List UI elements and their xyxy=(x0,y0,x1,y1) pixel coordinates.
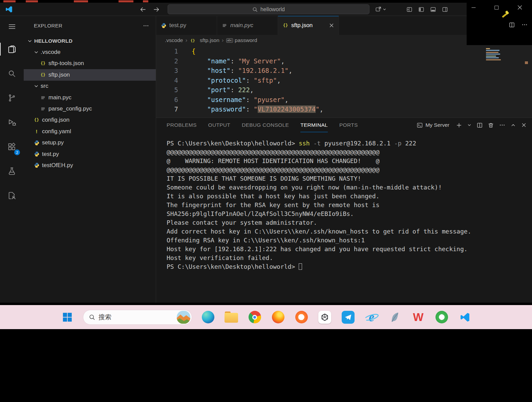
tree-item-test.py[interactable]: test.py xyxy=(24,148,156,160)
split-terminal-button[interactable] xyxy=(477,122,483,128)
terminal-token: Add correct host key in C:\\Users\\ken/.… xyxy=(167,228,471,235)
vscode-window: helloworld 2 EXPLORER HELLOWORLD.vscode{… xyxy=(0,3,532,303)
panel-tab-ports[interactable]: PORTS xyxy=(339,118,358,132)
explorer-more-actions-button[interactable] xyxy=(143,23,149,29)
code-text: "name": "My Server", xyxy=(178,56,285,66)
symbol-string-icon: abc xyxy=(226,38,233,43)
breadcrumb-item[interactable]: {}sftp.json xyxy=(190,37,219,43)
tree-item-config.yaml[interactable]: !config.yaml xyxy=(24,126,156,137)
new-terminal-icon xyxy=(456,122,462,128)
terminal-line: Please contact your system administrator… xyxy=(167,218,532,227)
split-terminal-icon xyxy=(477,122,483,128)
close-icon[interactable] xyxy=(329,23,334,28)
taskbar-app-vscode[interactable] xyxy=(457,310,472,325)
chevron-down-icon xyxy=(383,7,386,11)
minimap[interactable] xyxy=(486,47,523,115)
terminal-token: @@@@@@@@@@@@@@@@@@@@@@@@@@@@@@@@@@@@@@@@… xyxy=(167,148,380,156)
taskbar-app-chrome[interactable] xyxy=(247,310,262,325)
tree-item-main.pyc[interactable]: main.pyc xyxy=(24,92,156,103)
editor-tab-test.py[interactable]: test.py xyxy=(156,16,217,35)
terminal-token: Host key for [192.168.2.1]:222 has chang… xyxy=(167,245,468,253)
file-name: test.py xyxy=(42,151,59,158)
back-button[interactable] xyxy=(138,5,148,14)
yaml-file-icon: ! xyxy=(34,128,40,134)
taskbar-app-firefox[interactable] xyxy=(271,310,285,325)
breadcrumb-item[interactable]: .vscode xyxy=(165,37,183,43)
activity-remote-explorer-button[interactable] xyxy=(0,183,24,208)
more-actions-button[interactable] xyxy=(499,122,505,128)
activity-explorer-button[interactable] xyxy=(0,37,24,61)
breadcrumb-item[interactable]: abcpassword xyxy=(226,37,257,43)
tree-item-.vscode[interactable]: .vscode xyxy=(24,46,156,58)
start-button[interactable] xyxy=(60,310,75,325)
activity-search-button[interactable] xyxy=(0,61,24,86)
taskbar-app-file-explorer[interactable] xyxy=(224,310,239,325)
maximize-panel-button[interactable] xyxy=(511,123,516,128)
taskbar-app-feather-app[interactable] xyxy=(387,310,402,325)
panel-tab-terminal[interactable]: TERMINAL xyxy=(300,118,328,132)
taskbar-app-internet-explorer[interactable]: e xyxy=(364,310,379,325)
terminal-output[interactable]: PS C:\Users\ken\Desktop\helloworld> ssh … xyxy=(156,132,532,303)
taskbar-app-green-browser[interactable] xyxy=(434,310,449,325)
taskbar-search-label: 搜索 xyxy=(99,313,111,322)
more-actions-button[interactable] xyxy=(522,22,528,28)
close-button[interactable] xyxy=(516,4,524,11)
toggle-primary-sidebar-button[interactable] xyxy=(418,6,424,13)
line-number: 5 xyxy=(156,85,178,95)
minimap-line xyxy=(486,48,490,49)
taskbar-search[interactable]: 搜索 xyxy=(83,310,192,325)
file-name: HELLOWORLD xyxy=(34,38,72,44)
terminal-token: SHA256:p9lglIfoP1nAOel/lZqAfSoll3C5nyNW4… xyxy=(167,210,354,217)
taskbar-app-orange-browser[interactable] xyxy=(294,310,309,325)
terminal-token: @ WARNING: REMOTE HOST IDENTIFICATION HA… xyxy=(167,157,380,164)
activity-extensions-button[interactable]: 2 xyxy=(0,135,24,159)
editor-actions xyxy=(509,22,528,28)
tree-item-src[interactable]: src xyxy=(24,81,156,92)
search-highlight-image[interactable] xyxy=(177,311,190,324)
editor-tab-main.pyc[interactable]: main.pyc xyxy=(217,16,278,35)
command-center-search[interactable]: helloworld xyxy=(168,4,369,14)
maximize-button[interactable] xyxy=(493,4,501,11)
tree-item-sftp-tools.json[interactable]: {}sftp-tools.json xyxy=(24,58,156,69)
taskbar-app-chatgpt[interactable] xyxy=(317,310,332,325)
activity-testing-button[interactable] xyxy=(0,159,24,183)
kill-terminal-button[interactable] xyxy=(488,122,494,128)
code-text: "port": 222, xyxy=(178,85,254,95)
panel-tab-output[interactable]: OUTPUT xyxy=(208,118,231,132)
pen-cursor-artifact xyxy=(501,10,509,19)
launch-profile-button[interactable] xyxy=(467,123,471,127)
taskbar-app-edge[interactable] xyxy=(200,310,215,325)
tree-item-parse_config.pyc[interactable]: parse_config.pyc xyxy=(24,103,156,114)
terminal-profile[interactable]: My Server xyxy=(417,122,449,128)
taskbar-app-blue-messenger[interactable] xyxy=(341,310,356,325)
forward-button[interactable] xyxy=(152,5,161,14)
toggle-secondary-sidebar-button[interactable] xyxy=(442,6,448,13)
taskbar-app-wps[interactable]: W xyxy=(411,310,426,325)
minimap-line xyxy=(486,50,499,51)
editor-tab-sftp.json[interactable]: {}sftp.json xyxy=(278,16,339,35)
activity-run-debug-button[interactable] xyxy=(0,110,24,135)
close-panel-button[interactable] xyxy=(521,122,527,128)
new-terminal-button[interactable] xyxy=(456,122,462,128)
tree-item-HELLOWORLD[interactable]: HELLOWORLD xyxy=(24,35,156,46)
panel-tab-debug-console[interactable]: DEBUG CONSOLE xyxy=(242,118,289,132)
minimap-line xyxy=(486,57,499,58)
activity-menu-button[interactable] xyxy=(0,16,24,37)
code-token: "port" xyxy=(207,86,231,94)
tree-item-testOfEH.py[interactable]: testOfEH.py xyxy=(24,160,156,171)
toggle-panel-button[interactable] xyxy=(430,6,436,13)
titlebar-actions xyxy=(375,4,448,14)
terminal-profile-name: My Server xyxy=(425,122,449,128)
customize-layout-button[interactable] xyxy=(406,6,412,13)
search-icon xyxy=(7,69,16,78)
tree-item-config.json[interactable]: {}config.json xyxy=(24,115,156,126)
layout-dropdown-button[interactable] xyxy=(375,6,386,13)
feather-icon xyxy=(390,311,400,323)
minimize-button[interactable] xyxy=(469,4,477,11)
code-editor[interactable]: 1{2 "name": "My Server",3 "host": "192.1… xyxy=(156,46,532,118)
split-editor-button[interactable] xyxy=(509,22,515,28)
panel-tab-problems[interactable]: PROBLEMS xyxy=(167,118,197,132)
tree-item-sftp.json[interactable]: {}sftp.json xyxy=(24,69,156,80)
tree-item-setup.py[interactable]: setup.py xyxy=(24,137,156,148)
activity-source-control-button[interactable] xyxy=(0,86,24,110)
